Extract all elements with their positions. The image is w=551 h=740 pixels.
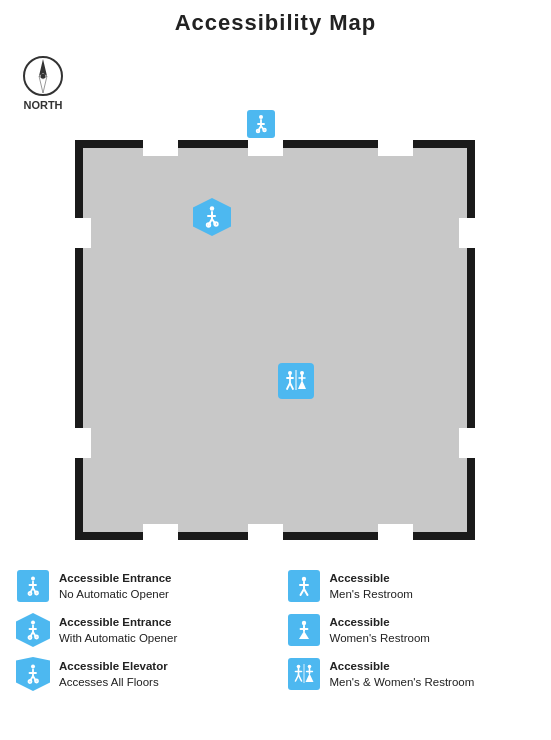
- svg-point-20: [31, 577, 35, 581]
- wheelchair-auto-icon: [200, 205, 224, 229]
- legend-no-auto-icon: [15, 568, 51, 604]
- door-notch: [248, 524, 283, 540]
- wheelchair-no-auto-svg: [22, 575, 44, 597]
- svg-marker-1: [39, 59, 47, 76]
- wheelchair-auto-legend-svg: [22, 619, 44, 641]
- womens-svg: [294, 619, 314, 641]
- page-header: Accessibility Map: [0, 10, 551, 36]
- mens-womens-restroom-icon: [278, 363, 314, 399]
- legend-item-both-restrooms: Accessible Men's & Women's Restroom: [286, 656, 537, 692]
- svg-point-7: [210, 206, 214, 210]
- floorplan: [75, 140, 475, 540]
- legend-auto-icon: [15, 612, 51, 648]
- legend: Accessible Entrance No Automatic Opener …: [15, 568, 536, 692]
- door-notch: [143, 524, 178, 540]
- door-notch: [378, 524, 413, 540]
- svg-point-28: [31, 621, 35, 625]
- legend-womens-icon: [286, 612, 322, 648]
- entrance-top-icon: [247, 110, 275, 138]
- legend-auto-text: Accessible Entrance With Automatic Opene…: [59, 612, 177, 646]
- legend-both-restrooms-text: Accessible Men's & Women's Restroom: [330, 656, 475, 690]
- legend-elevator-icon: [15, 656, 51, 692]
- svg-line-42: [298, 675, 301, 681]
- svg-line-27: [304, 589, 308, 595]
- svg-line-41: [295, 675, 298, 681]
- svg-marker-33: [299, 631, 309, 639]
- legend-elevator-text: Accessible Elevator Accesses All Floors: [59, 656, 168, 690]
- svg-marker-17: [298, 380, 306, 389]
- door-notch: [75, 428, 91, 458]
- compass-label: NORTH: [18, 99, 68, 111]
- door-notch: [378, 140, 413, 156]
- svg-marker-2: [39, 76, 47, 93]
- wheelchair-icon: [251, 114, 271, 134]
- page-title: Accessibility Map: [0, 10, 551, 36]
- svg-point-3: [41, 74, 46, 79]
- legend-womens-text: Accessible Women's Restroom: [330, 612, 430, 646]
- door-notch: [143, 140, 178, 156]
- legend-item-auto: Accessible Entrance With Automatic Opene…: [15, 612, 266, 648]
- svg-point-35: [31, 665, 35, 669]
- elevator-svg: [22, 663, 44, 685]
- north-compass: NORTH: [18, 55, 68, 111]
- svg-marker-46: [305, 674, 313, 683]
- door-notch: [248, 140, 283, 156]
- entrance-with-auto-opener-icon: [193, 198, 231, 236]
- door-notch: [75, 218, 91, 248]
- legend-item-elevator: Accessible Elevator Accesses All Floors: [15, 656, 266, 692]
- svg-point-4: [259, 115, 263, 119]
- legend-no-auto-text: Accessible Entrance No Automatic Opener: [59, 568, 172, 602]
- compass-icon: [22, 55, 64, 97]
- both-restrooms-svg: [292, 663, 316, 685]
- door-notch: [459, 218, 475, 248]
- legend-mens-icon: [286, 568, 322, 604]
- legend-mens-text: Accessible Men's Restroom: [330, 568, 413, 602]
- legend-both-restrooms-icon: [286, 656, 322, 692]
- legend-item-womens: Accessible Women's Restroom: [286, 612, 537, 648]
- legend-item-mens: Accessible Men's Restroom: [286, 568, 537, 604]
- restroom-icon: [283, 368, 309, 394]
- svg-line-14: [290, 383, 293, 389]
- mens-svg: [294, 575, 314, 597]
- legend-item-no-auto: Accessible Entrance No Automatic Opener: [15, 568, 266, 604]
- door-notch: [459, 428, 475, 458]
- floorplan-container: [75, 110, 475, 540]
